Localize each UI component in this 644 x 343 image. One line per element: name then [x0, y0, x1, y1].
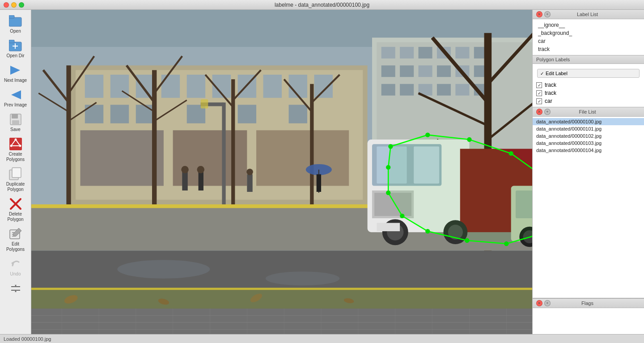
next-image-label: Next Image [4, 78, 27, 83]
minimize-button[interactable] [11, 2, 17, 8]
svg-rect-121 [377, 223, 400, 231]
file-item-0[interactable]: data_annotated/00000100.jpg [533, 118, 644, 125]
svg-rect-34 [381, 47, 395, 59]
next-image-icon [8, 63, 23, 77]
svg-rect-10 [12, 120, 19, 125]
expand-icon [8, 281, 23, 296]
svg-rect-105 [247, 174, 252, 192]
save-icon [8, 112, 23, 127]
svg-point-139 [425, 229, 430, 233]
svg-rect-49 [437, 84, 451, 96]
polygon-label-track-2[interactable]: track [533, 89, 644, 97]
main-layout: Open Open Dir Next Image [0, 10, 644, 334]
svg-point-104 [197, 166, 204, 174]
label-item-background[interactable]: _background_ [536, 29, 640, 37]
label-list-controls: ✕ + [536, 11, 551, 17]
create-polygons-icon [8, 137, 23, 151]
prev-image-button[interactable]: Prev Image [1, 86, 30, 110]
svg-rect-144 [31, 288, 532, 290]
label-list-close-btn[interactable]: ✕ [536, 11, 542, 17]
svg-point-132 [467, 137, 471, 142]
file-list-collapse-btn[interactable]: + [544, 109, 551, 115]
svg-rect-3 [9, 40, 14, 43]
label-list-title: Label List [577, 12, 598, 17]
svg-rect-68 [110, 105, 129, 123]
edit-polygons-button[interactable]: Edit Polygons [1, 225, 30, 254]
svg-rect-56 [256, 130, 349, 186]
prev-image-label: Prev Image [4, 102, 27, 108]
polygon-label-checkbox-3[interactable] [536, 98, 542, 104]
edit-label-text: Edit Label [546, 71, 568, 76]
delete-polygon-button[interactable]: Delete Polygon [1, 195, 30, 224]
svg-rect-46 [381, 84, 395, 96]
undo-label: Undo [10, 271, 21, 277]
flags-close-btn[interactable]: ✕ [536, 300, 542, 306]
street-scene [31, 10, 532, 334]
traffic-lights [4, 2, 24, 8]
polygon-label-track-1[interactable]: track [533, 81, 644, 89]
window-title: labelme - data_annotated/00000100.jpg [275, 2, 369, 8]
file-list-header: ✕ + File List [533, 107, 644, 117]
file-item-4[interactable]: data_annotated/00000104.jpg [533, 147, 644, 154]
polygon-label-checkbox-1[interactable] [536, 82, 542, 88]
open-dir-label: Open Dir [6, 53, 24, 59]
svg-marker-6 [10, 66, 20, 75]
svg-rect-41 [400, 65, 414, 77]
file-item-1[interactable]: data_annotated/00000101.jpg [533, 125, 644, 132]
label-item-ignore[interactable]: __ignore__ [536, 21, 640, 29]
canvas-area[interactable] [31, 10, 532, 334]
right-panel: ✕ + Label List __ignore__ _background_ c… [532, 10, 644, 334]
create-polygons-button[interactable]: Create Polygons [1, 135, 30, 164]
svg-rect-60 [161, 75, 180, 98]
polygon-label-car[interactable]: car [533, 97, 644, 105]
duplicate-polygon-button[interactable]: Duplicate Polygon [1, 165, 30, 194]
delete-polygon-icon [8, 197, 23, 211]
polygon-label-text-1: track [545, 82, 556, 88]
label-list-header: ✕ + Label List [533, 10, 644, 19]
flags-section: ✕ + Flags [533, 298, 644, 334]
save-button[interactable]: Save [1, 110, 30, 134]
label-item-car[interactable]: car [536, 37, 640, 45]
delete-polygon-label: Delete Polygon [2, 212, 29, 222]
svg-point-99 [117, 260, 210, 278]
svg-point-13 [14, 139, 17, 141]
svg-rect-103 [199, 172, 203, 191]
svg-marker-24 [13, 228, 21, 236]
svg-rect-145 [31, 290, 532, 309]
file-list-controls: ✕ + [536, 109, 551, 115]
flags-title: Flags [581, 301, 593, 306]
svg-rect-72 [289, 105, 307, 123]
label-list-content: __ignore__ _background_ car track [533, 19, 644, 55]
svg-rect-43 [437, 65, 451, 77]
label-list-section: ✕ + Label List __ignore__ _background_ c… [533, 10, 644, 55]
svg-rect-47 [400, 84, 414, 96]
undo-button[interactable]: Undo [1, 255, 30, 279]
polygon-label-checkbox-2[interactable] [536, 90, 542, 96]
titlebar: labelme - data_annotated/00000100.jpg [0, 0, 644, 10]
flags-collapse-btn[interactable]: + [544, 300, 551, 306]
file-item-3[interactable]: data_annotated/00000103.jpg [533, 140, 644, 147]
statusbar: Loaded 00000100.jpg [0, 334, 644, 343]
create-polygons-label: Create Polygons [2, 152, 29, 162]
svg-point-131 [425, 132, 430, 137]
svg-point-106 [246, 169, 253, 175]
open-dir-button[interactable]: Open Dir [1, 37, 30, 60]
close-button[interactable] [4, 2, 9, 8]
file-item-2[interactable]: data_annotated/00000102.jpg [533, 132, 644, 140]
flags-content [533, 308, 644, 334]
file-list-close-btn[interactable]: ✕ [536, 109, 542, 115]
expand-button[interactable] [1, 279, 30, 297]
edit-label-button[interactable]: ✓ Edit Label [537, 69, 640, 78]
open-label: Open [10, 29, 21, 34]
save-label: Save [10, 127, 21, 132]
label-list-collapse-btn[interactable]: + [544, 11, 551, 17]
polygon-label-text-2: track [545, 90, 556, 96]
polygon-labels-title: Polygon Labels [536, 57, 570, 62]
next-image-button[interactable]: Next Image [1, 61, 30, 85]
svg-marker-7 [11, 90, 21, 99]
open-button[interactable]: Open [1, 12, 30, 36]
svg-point-140 [400, 214, 404, 218]
label-item-track[interactable]: track [536, 45, 640, 53]
open-icon [8, 14, 23, 28]
maximize-button[interactable] [19, 2, 24, 8]
